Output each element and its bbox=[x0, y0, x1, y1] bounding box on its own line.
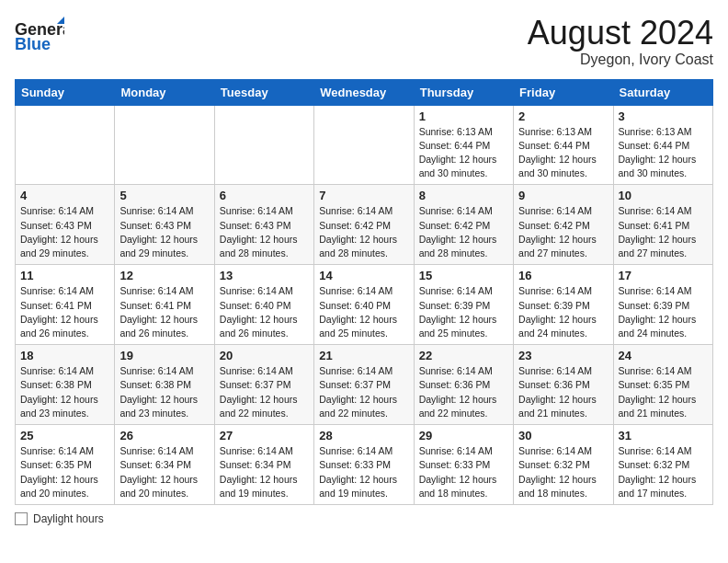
cell-info-text: Sunrise: 6:13 AM Sunset: 6:44 PM Dayligh… bbox=[619, 125, 708, 181]
calendar-cell: 29Sunrise: 6:14 AM Sunset: 6:33 PM Dayli… bbox=[414, 425, 513, 505]
cell-info-text: Sunrise: 6:14 AM Sunset: 6:33 PM Dayligh… bbox=[319, 444, 408, 500]
calendar-cell: 9Sunrise: 6:14 AM Sunset: 6:42 PM Daylig… bbox=[514, 185, 613, 265]
cell-info-text: Sunrise: 6:14 AM Sunset: 6:32 PM Dayligh… bbox=[518, 444, 608, 500]
cell-day-number: 29 bbox=[419, 429, 508, 442]
cell-day-number: 14 bbox=[319, 269, 408, 282]
cell-day-number: 24 bbox=[619, 349, 708, 362]
cell-day-number: 8 bbox=[419, 189, 508, 202]
cell-info-text: Sunrise: 6:14 AM Sunset: 6:42 PM Dayligh… bbox=[419, 204, 508, 260]
logo: General Blue bbox=[15, 15, 64, 55]
cell-day-number: 12 bbox=[119, 269, 209, 282]
cell-day-number: 19 bbox=[119, 349, 209, 362]
week-row-5: 25Sunrise: 6:14 AM Sunset: 6:35 PM Dayli… bbox=[16, 425, 713, 505]
cell-day-number: 17 bbox=[619, 269, 708, 282]
cell-info-text: Sunrise: 6:14 AM Sunset: 6:40 PM Dayligh… bbox=[319, 284, 408, 340]
calendar-cell: 16Sunrise: 6:14 AM Sunset: 6:39 PM Dayli… bbox=[514, 265, 613, 345]
calendar-cell: 23Sunrise: 6:14 AM Sunset: 6:36 PM Dayli… bbox=[514, 345, 613, 425]
calendar-cell: 11Sunrise: 6:14 AM Sunset: 6:41 PM Dayli… bbox=[16, 265, 115, 345]
cell-day-number: 30 bbox=[518, 429, 608, 442]
cell-info-text: Sunrise: 6:13 AM Sunset: 6:44 PM Dayligh… bbox=[518, 125, 608, 181]
cell-day-number: 16 bbox=[518, 269, 608, 282]
cell-day-number: 4 bbox=[20, 189, 109, 202]
calendar-cell bbox=[16, 105, 115, 185]
calendar-cell: 17Sunrise: 6:14 AM Sunset: 6:39 PM Dayli… bbox=[613, 265, 712, 345]
cell-info-text: Sunrise: 6:14 AM Sunset: 6:43 PM Dayligh… bbox=[119, 204, 209, 260]
calendar-cell: 30Sunrise: 6:14 AM Sunset: 6:32 PM Dayli… bbox=[514, 425, 613, 505]
footer-label: Daylight hours bbox=[33, 512, 104, 525]
week-row-1: 1Sunrise: 6:13 AM Sunset: 6:44 PM Daylig… bbox=[16, 105, 713, 185]
weekday-wednesday: Wednesday bbox=[314, 79, 414, 105]
calendar-cell: 20Sunrise: 6:14 AM Sunset: 6:37 PM Dayli… bbox=[214, 345, 313, 425]
cell-info-text: Sunrise: 6:14 AM Sunset: 6:38 PM Dayligh… bbox=[119, 364, 209, 420]
cell-info-text: Sunrise: 6:14 AM Sunset: 6:41 PM Dayligh… bbox=[119, 284, 209, 340]
cell-day-number: 15 bbox=[419, 269, 508, 282]
cell-info-text: Sunrise: 6:14 AM Sunset: 6:35 PM Dayligh… bbox=[20, 444, 109, 500]
weekday-tuesday: Tuesday bbox=[214, 79, 313, 105]
week-row-3: 11Sunrise: 6:14 AM Sunset: 6:41 PM Dayli… bbox=[16, 265, 713, 345]
cell-day-number: 27 bbox=[220, 429, 309, 442]
calendar-cell: 15Sunrise: 6:14 AM Sunset: 6:39 PM Dayli… bbox=[414, 265, 513, 345]
weekday-header-row: SundayMondayTuesdayWednesdayThursdayFrid… bbox=[16, 79, 713, 105]
month-title: August 2024 bbox=[528, 15, 713, 52]
cell-day-number: 18 bbox=[20, 349, 109, 362]
calendar-cell: 25Sunrise: 6:14 AM Sunset: 6:35 PM Dayli… bbox=[16, 425, 115, 505]
weekday-saturday: Saturday bbox=[613, 79, 712, 105]
calendar-cell: 18Sunrise: 6:14 AM Sunset: 6:38 PM Dayli… bbox=[16, 345, 115, 425]
svg-text:Blue: Blue bbox=[15, 35, 51, 53]
calendar-cell: 8Sunrise: 6:14 AM Sunset: 6:42 PM Daylig… bbox=[414, 185, 513, 265]
cell-info-text: Sunrise: 6:14 AM Sunset: 6:36 PM Dayligh… bbox=[419, 364, 508, 420]
calendar-body: 1Sunrise: 6:13 AM Sunset: 6:44 PM Daylig… bbox=[16, 105, 713, 504]
cell-info-text: Sunrise: 6:14 AM Sunset: 6:39 PM Dayligh… bbox=[419, 284, 508, 340]
cell-info-text: Sunrise: 6:14 AM Sunset: 6:34 PM Dayligh… bbox=[220, 444, 309, 500]
cell-day-number: 5 bbox=[119, 189, 209, 202]
calendar-cell: 22Sunrise: 6:14 AM Sunset: 6:36 PM Dayli… bbox=[414, 345, 513, 425]
title-area: August 2024 Dyegon, Ivory Coast bbox=[528, 15, 713, 68]
cell-info-text: Sunrise: 6:14 AM Sunset: 6:35 PM Dayligh… bbox=[619, 364, 708, 420]
calendar-cell: 21Sunrise: 6:14 AM Sunset: 6:37 PM Dayli… bbox=[314, 345, 414, 425]
cell-info-text: Sunrise: 6:14 AM Sunset: 6:42 PM Dayligh… bbox=[518, 204, 608, 260]
calendar-cell bbox=[214, 105, 313, 185]
calendar-cell: 12Sunrise: 6:14 AM Sunset: 6:41 PM Dayli… bbox=[115, 265, 214, 345]
footer-box bbox=[15, 512, 28, 525]
cell-day-number: 22 bbox=[419, 349, 508, 362]
cell-day-number: 11 bbox=[20, 269, 109, 282]
cell-info-text: Sunrise: 6:14 AM Sunset: 6:37 PM Dayligh… bbox=[319, 364, 408, 420]
cell-info-text: Sunrise: 6:13 AM Sunset: 6:44 PM Dayligh… bbox=[419, 125, 508, 181]
cell-info-text: Sunrise: 6:14 AM Sunset: 6:43 PM Dayligh… bbox=[220, 204, 309, 260]
calendar-cell: 14Sunrise: 6:14 AM Sunset: 6:40 PM Dayli… bbox=[314, 265, 414, 345]
cell-day-number: 28 bbox=[319, 429, 408, 442]
cell-info-text: Sunrise: 6:14 AM Sunset: 6:42 PM Dayligh… bbox=[319, 204, 408, 260]
calendar-cell: 19Sunrise: 6:14 AM Sunset: 6:38 PM Dayli… bbox=[115, 345, 214, 425]
cell-day-number: 21 bbox=[319, 349, 408, 362]
calendar-cell: 13Sunrise: 6:14 AM Sunset: 6:40 PM Dayli… bbox=[214, 265, 313, 345]
cell-day-number: 6 bbox=[220, 189, 309, 202]
cell-day-number: 13 bbox=[220, 269, 309, 282]
weekday-monday: Monday bbox=[115, 79, 214, 105]
calendar-cell: 6Sunrise: 6:14 AM Sunset: 6:43 PM Daylig… bbox=[214, 185, 313, 265]
calendar-cell: 27Sunrise: 6:14 AM Sunset: 6:34 PM Dayli… bbox=[214, 425, 313, 505]
cell-day-number: 1 bbox=[419, 109, 508, 123]
header: General Blue August 2024 Dyegon, Ivory C… bbox=[15, 15, 713, 68]
cell-info-text: Sunrise: 6:14 AM Sunset: 6:33 PM Dayligh… bbox=[419, 444, 508, 500]
calendar-cell: 7Sunrise: 6:14 AM Sunset: 6:42 PM Daylig… bbox=[314, 185, 414, 265]
weekday-friday: Friday bbox=[514, 79, 613, 105]
weekday-thursday: Thursday bbox=[414, 79, 513, 105]
cell-day-number: 7 bbox=[319, 189, 408, 202]
cell-info-text: Sunrise: 6:14 AM Sunset: 6:41 PM Dayligh… bbox=[20, 284, 109, 340]
weekday-sunday: Sunday bbox=[16, 79, 115, 105]
cell-info-text: Sunrise: 6:14 AM Sunset: 6:36 PM Dayligh… bbox=[518, 364, 608, 420]
cell-day-number: 3 bbox=[619, 109, 708, 123]
footer-area: Daylight hours bbox=[15, 512, 713, 525]
cell-day-number: 31 bbox=[619, 429, 708, 442]
calendar-table: SundayMondayTuesdayWednesdayThursdayFrid… bbox=[15, 79, 713, 505]
location-title: Dyegon, Ivory Coast bbox=[528, 52, 713, 68]
cell-day-number: 2 bbox=[518, 109, 608, 123]
week-row-4: 18Sunrise: 6:14 AM Sunset: 6:38 PM Dayli… bbox=[16, 345, 713, 425]
calendar-cell: 31Sunrise: 6:14 AM Sunset: 6:32 PM Dayli… bbox=[613, 425, 712, 505]
week-row-2: 4Sunrise: 6:14 AM Sunset: 6:43 PM Daylig… bbox=[16, 185, 713, 265]
cell-day-number: 25 bbox=[20, 429, 109, 442]
cell-info-text: Sunrise: 6:14 AM Sunset: 6:39 PM Dayligh… bbox=[619, 284, 708, 340]
cell-info-text: Sunrise: 6:14 AM Sunset: 6:41 PM Dayligh… bbox=[619, 204, 708, 260]
calendar-cell: 28Sunrise: 6:14 AM Sunset: 6:33 PM Dayli… bbox=[314, 425, 414, 505]
cell-info-text: Sunrise: 6:14 AM Sunset: 6:43 PM Dayligh… bbox=[20, 204, 109, 260]
